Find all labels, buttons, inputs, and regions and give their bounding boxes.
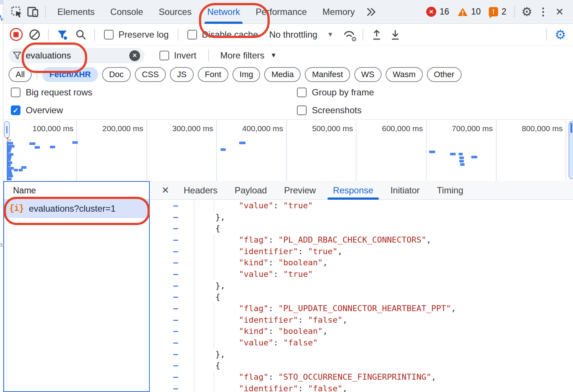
timeline-request-bar bbox=[21, 166, 26, 169]
timeline-tick-label: 100,000 ms bbox=[32, 124, 73, 133]
details-tab-response[interactable]: Response bbox=[325, 181, 382, 199]
filter-input-pill[interactable]: ✕ bbox=[9, 48, 145, 63]
kebab-menu-icon[interactable]: ⋮ bbox=[535, 4, 551, 20]
code-line-gutter[interactable]: – bbox=[150, 200, 194, 211]
overview-left-drag-handle[interactable] bbox=[4, 121, 10, 138]
import-har-icon[interactable] bbox=[368, 26, 385, 43]
chip-ws[interactable]: WS bbox=[354, 67, 382, 82]
console-errors-badge[interactable]: ✕ 16 bbox=[426, 7, 449, 17]
chip-js[interactable]: JS bbox=[170, 67, 194, 82]
checkbox bbox=[297, 105, 307, 115]
details-tab-preview[interactable]: Preview bbox=[275, 181, 324, 199]
request-row-evaluations[interactable]: {i} evaluations?cluster=1 bbox=[4, 199, 149, 218]
tab-memory[interactable]: Memory bbox=[315, 0, 363, 24]
timeline-tick-label: 200,000 ms bbox=[102, 124, 143, 133]
code-line-content: "identifier": "false", bbox=[194, 384, 347, 392]
code-line-content: "value": "true" bbox=[194, 201, 313, 210]
group-by-frame-checkbox[interactable]: Group by frame bbox=[297, 87, 374, 98]
json-resource-icon: {i} bbox=[9, 204, 23, 214]
overview-label: Overview bbox=[26, 105, 63, 116]
chip-other[interactable]: Other bbox=[427, 67, 462, 82]
invert-filter-checkbox[interactable]: Invert bbox=[156, 50, 200, 61]
close-details-icon[interactable]: ✕ bbox=[156, 181, 175, 199]
code-line-content: }, bbox=[194, 281, 225, 290]
tab-sources[interactable]: Sources bbox=[151, 0, 199, 24]
code-line-gutter[interactable]: – bbox=[150, 234, 194, 246]
record-network-log-icon[interactable] bbox=[8, 26, 24, 43]
disable-cache-checkbox[interactable]: Disable cache bbox=[184, 29, 262, 40]
details-tab-initiator[interactable]: Initiator bbox=[382, 181, 428, 199]
chip-fetch-xhr[interactable]: Fetch/XHR bbox=[42, 67, 98, 82]
overview-checkbox[interactable]: ✓ Overview bbox=[11, 105, 63, 116]
group-by-frame-label: Group by frame bbox=[312, 87, 374, 98]
request-list-name-column-header[interactable]: Name bbox=[4, 182, 149, 199]
tab-performance[interactable]: Performance bbox=[248, 0, 314, 24]
details-tab-timing[interactable]: Timing bbox=[428, 181, 472, 199]
chip-css[interactable]: CSS bbox=[135, 67, 166, 82]
code-line-gutter[interactable]: – bbox=[150, 211, 194, 223]
code-line-gutter[interactable]: – bbox=[150, 360, 194, 372]
details-tab-headers[interactable]: Headers bbox=[175, 181, 226, 199]
throttling-dropdown[interactable]: No throttling ▼ bbox=[264, 29, 338, 40]
code-line-gutter[interactable]: – bbox=[150, 303, 194, 314]
code-line-gutter[interactable]: – bbox=[150, 268, 194, 280]
chip-img[interactable]: Img bbox=[232, 67, 260, 82]
code-line: –{ bbox=[150, 222, 573, 234]
tab-network[interactable]: Network bbox=[199, 0, 248, 24]
code-line-gutter[interactable]: – bbox=[150, 257, 194, 268]
console-warnings-badge[interactable]: 10 bbox=[458, 7, 481, 17]
code-line-gutter[interactable]: – bbox=[150, 337, 194, 348]
big-request-rows-label: Big request rows bbox=[26, 87, 92, 98]
filter-toggle-icon[interactable] bbox=[54, 26, 70, 43]
network-settings-gear-icon[interactable]: ⚙ bbox=[552, 26, 569, 43]
network-overview-timeline[interactable]: 100,000 ms200,000 ms300,000 ms400,000 ms… bbox=[3, 119, 573, 182]
screenshots-checkbox[interactable]: Screenshots bbox=[297, 105, 361, 116]
tab-console[interactable]: Console bbox=[102, 0, 151, 24]
issues-badge[interactable]: ! 2 bbox=[489, 7, 506, 17]
code-line-gutter[interactable]: – bbox=[150, 246, 194, 257]
tab-elements[interactable]: Elements bbox=[50, 0, 102, 24]
more-filters-dropdown[interactable]: More filters ▼ bbox=[217, 50, 280, 61]
code-line-gutter[interactable]: – bbox=[150, 314, 194, 326]
code-line-gutter[interactable]: – bbox=[150, 326, 194, 337]
filter-input[interactable] bbox=[25, 50, 126, 61]
inspect-element-icon[interactable] bbox=[9, 4, 25, 20]
clear-filter-icon[interactable]: ✕ bbox=[129, 50, 140, 61]
background-page-sliver: M a bbox=[0, 0, 3, 392]
code-line-gutter[interactable]: – bbox=[150, 383, 194, 392]
code-line-gutter[interactable]: – bbox=[150, 348, 194, 360]
toggle-device-toolbar-icon[interactable] bbox=[25, 4, 41, 20]
overview-right-drag-handle[interactable] bbox=[569, 121, 573, 179]
preserve-log-checkbox[interactable]: Preserve log bbox=[100, 29, 172, 40]
timeline-request-bar bbox=[7, 148, 12, 150]
code-line-gutter[interactable]: – bbox=[150, 222, 194, 234]
settings-gear-icon[interactable]: ⚙ bbox=[519, 4, 535, 20]
timeline-gridline bbox=[426, 120, 427, 181]
close-devtools-icon[interactable]: ✕ bbox=[551, 4, 568, 20]
export-har-icon[interactable] bbox=[387, 26, 403, 43]
big-request-rows-checkbox[interactable]: Big request rows bbox=[11, 87, 92, 98]
code-line-gutter[interactable]: – bbox=[150, 280, 194, 291]
checkbox bbox=[11, 88, 20, 97]
funnel-icon bbox=[12, 51, 22, 60]
clear-network-log-icon[interactable] bbox=[26, 26, 43, 43]
chip-font[interactable]: Font bbox=[198, 67, 228, 82]
search-icon[interactable] bbox=[73, 26, 89, 43]
timeline-request-bar bbox=[7, 156, 12, 158]
chevron-down-icon: ▼ bbox=[270, 52, 277, 59]
chip-wasm[interactable]: Wasm bbox=[386, 67, 423, 82]
code-line-gutter[interactable]: – bbox=[150, 291, 194, 303]
chip-all[interactable]: All bbox=[9, 67, 32, 82]
timeline-request-bar bbox=[7, 161, 12, 164]
chip-manifest[interactable]: Manifest bbox=[305, 67, 350, 82]
code-line: –"flag": "PL_ADD_RBAC_CHECK_CONNECTORS", bbox=[150, 234, 573, 246]
network-conditions-icon[interactable]: ⚙ bbox=[341, 26, 357, 43]
details-tab-payload[interactable]: Payload bbox=[226, 181, 276, 199]
chip-media[interactable]: Media bbox=[264, 67, 301, 82]
code-line-gutter[interactable]: – bbox=[150, 371, 194, 383]
more-tabs-icon[interactable] bbox=[363, 4, 380, 20]
response-body-viewer[interactable]: –"value": "true"–},–{–"flag": "PL_ADD_RB… bbox=[150, 200, 573, 392]
chip-doc[interactable]: Doc bbox=[102, 67, 131, 82]
timeline-request-bar bbox=[19, 169, 23, 171]
throttling-value: No throttling bbox=[269, 29, 317, 40]
